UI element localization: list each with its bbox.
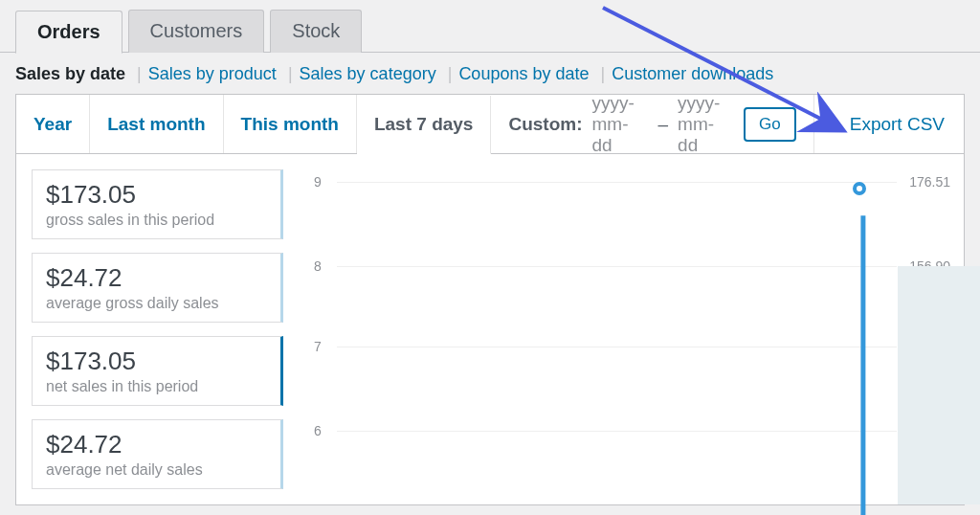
chart-left-tick: 8 [314, 258, 322, 274]
range-this-month[interactable]: This month [224, 95, 357, 153]
tab-customers[interactable]: Customers [128, 10, 265, 53]
chart-left-tick: 9 [314, 174, 322, 190]
chart-area: 9876176.51156.90137.29117.67 [299, 154, 964, 504]
export-label: Export CSV [850, 114, 945, 135]
stat-desc: average gross daily sales [46, 295, 267, 312]
go-button[interactable]: Go [744, 107, 796, 142]
submenu-coupons-by-date[interactable]: Coupons by date [458, 64, 589, 83]
tab-stock[interactable]: Stock [270, 10, 362, 53]
submenu-customer-downloads[interactable]: Customer downloads [612, 64, 773, 83]
submenu-sales-by-category[interactable]: Sales by category [300, 64, 436, 83]
stat-amount: $24.72 [46, 263, 267, 293]
submenu-sales-by-product[interactable]: Sales by product [148, 64, 277, 83]
tab-orders[interactable]: Orders [15, 11, 122, 54]
stat-amount: $24.72 [46, 430, 267, 459]
report-body: $173.05 gross sales in this period $24.7… [16, 154, 964, 504]
custom-from-input[interactable]: yyyy-mm-dd [592, 93, 649, 156]
stat-avg-net[interactable]: $24.72 average net daily sales [32, 419, 283, 489]
range-year[interactable]: Year [16, 95, 90, 153]
chart-bar [898, 266, 981, 504]
chart-line [337, 154, 897, 515]
custom-to-input[interactable]: yyyy-mm-dd [678, 93, 734, 156]
report-submenu: Sales by date | Sales by product | Sales… [0, 53, 980, 94]
custom-separator: – [657, 114, 668, 135]
chart-left-tick: 7 [314, 339, 322, 354]
stat-desc: average net daily sales [46, 461, 267, 479]
export-csv-link[interactable]: ↓ Export CSV [814, 95, 964, 153]
report-panel: Year Last month This month Last 7 days C… [15, 94, 965, 505]
stat-desc: gross sales in this period [46, 212, 267, 229]
stat-amount: $173.05 [46, 347, 267, 376]
submenu-current: Sales by date [15, 64, 125, 83]
chart-left-tick: 6 [314, 423, 322, 438]
custom-label: Custom: [508, 114, 582, 135]
date-range-tabs: Year Last month This month Last 7 days C… [16, 95, 964, 154]
stat-amount: $173.05 [46, 180, 267, 210]
range-last-7-days[interactable]: Last 7 days [357, 96, 492, 154]
top-tabs: Orders Customers Stock [0, 0, 980, 53]
stat-avg-gross[interactable]: $24.72 average gross daily sales [32, 253, 283, 323]
stat-net-sales[interactable]: $173.05 net sales in this period [32, 336, 283, 406]
chart-right-tick: 176.51 [909, 174, 950, 190]
stat-gross-sales[interactable]: $173.05 gross sales in this period [32, 169, 283, 239]
range-last-month[interactable]: Last month [90, 95, 223, 153]
custom-range: Custom: yyyy-mm-dd – yyyy-mm-dd Go [491, 95, 813, 153]
stat-desc: net sales in this period [46, 378, 267, 395]
download-icon: ↓ [834, 114, 842, 134]
stats-column: $173.05 gross sales in this period $24.7… [16, 154, 299, 504]
